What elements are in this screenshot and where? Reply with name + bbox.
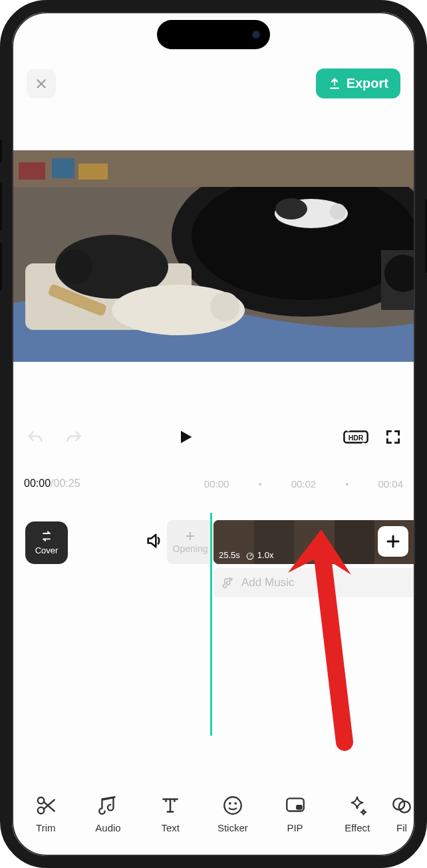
svg-rect-15 <box>78 164 108 180</box>
plus-icon <box>184 530 196 542</box>
undo-button[interactable] <box>25 429 45 448</box>
time-current: 00:00 <box>24 478 51 490</box>
tool-text[interactable]: Text <box>139 794 202 833</box>
filter-icon <box>390 794 413 817</box>
clip-speed: 1.0x <box>257 550 274 560</box>
svg-rect-14 <box>52 158 74 178</box>
phone-side-button <box>0 140 2 163</box>
dynamic-island <box>157 20 270 49</box>
mute-button[interactable] <box>145 531 164 553</box>
header-bar: Export <box>12 69 415 98</box>
add-music-button[interactable]: Add Music <box>214 568 415 597</box>
close-button[interactable] <box>27 69 56 98</box>
svg-point-24 <box>38 807 45 814</box>
export-label: Export <box>347 76 388 91</box>
tool-label: Audio <box>95 822 120 833</box>
camera-dot <box>251 30 261 39</box>
svg-point-4 <box>275 198 307 219</box>
ruler-mark: 00:00 <box>204 478 229 490</box>
close-icon <box>34 76 49 91</box>
timecode-row: 00:00/00:25 00:00 • 00:02 • 00:04 <box>12 478 415 490</box>
tool-label: Effect <box>345 822 370 833</box>
svg-rect-19 <box>347 429 350 432</box>
opening-label: Opening <box>173 543 208 554</box>
hdr-icon: HDR <box>343 428 368 446</box>
svg-point-5 <box>330 204 346 219</box>
tool-sticker[interactable]: Sticker <box>202 794 264 833</box>
export-icon <box>328 77 341 90</box>
tool-filter[interactable]: Fil <box>388 794 415 833</box>
sticker-icon <box>221 794 244 817</box>
scissors-icon <box>35 794 57 817</box>
redo-button[interactable] <box>64 429 84 448</box>
svg-rect-13 <box>19 162 45 180</box>
bottom-toolbar: Trim Audio Text Sticker PIP Effect Fil <box>12 785 415 849</box>
svg-point-26 <box>229 802 231 805</box>
add-clip-button[interactable] <box>378 526 408 557</box>
play-icon <box>176 428 195 446</box>
text-icon <box>159 794 182 817</box>
play-button[interactable] <box>176 428 195 449</box>
ruler-marks: 00:00 • 00:02 • 00:04 <box>204 478 403 490</box>
svg-rect-29 <box>296 805 303 809</box>
time-total: 00:25 <box>54 478 80 490</box>
effect-icon <box>346 794 368 817</box>
tool-trim[interactable]: Trim <box>15 794 77 833</box>
cover-button[interactable]: Cover <box>25 521 68 564</box>
music-icon <box>97 794 120 817</box>
tool-label: PIP <box>287 822 303 833</box>
ruler-mark: 00:02 <box>291 478 317 490</box>
svg-point-25 <box>224 797 241 814</box>
hdr-button[interactable]: HDR <box>343 428 368 448</box>
tool-audio[interactable]: Audio <box>77 794 140 833</box>
transport-controls: HDR <box>12 428 415 449</box>
clip-duration: 25.5s <box>219 550 240 560</box>
redo-icon <box>64 429 84 445</box>
tool-label: Text <box>161 822 180 833</box>
add-music-label: Add Music <box>241 576 294 589</box>
music-plus-icon <box>221 576 235 589</box>
playhead[interactable] <box>210 513 212 736</box>
ruler-dot: • <box>345 478 349 490</box>
ruler-mark: 00:04 <box>378 478 403 490</box>
timeline[interactable]: Cover Opening 25.5s 1.0x <box>12 513 415 739</box>
speaker-icon <box>145 531 164 550</box>
cover-label: Cover <box>35 545 59 555</box>
tool-label: Sticker <box>217 822 248 833</box>
tool-effect[interactable]: Effect <box>326 794 388 833</box>
video-preview[interactable] <box>12 150 415 362</box>
swap-icon <box>40 531 53 543</box>
clip-meta: 25.5s 1.0x <box>219 550 273 560</box>
svg-rect-20 <box>362 443 364 446</box>
app-screen: Export <box>12 12 415 856</box>
add-opening-button[interactable]: Opening <box>167 520 214 564</box>
ruler-dot: • <box>258 478 261 490</box>
svg-text:HDR: HDR <box>349 434 364 442</box>
tool-label: Fil <box>396 822 407 833</box>
tool-label: Trim <box>36 822 55 833</box>
plus-icon <box>385 533 401 549</box>
tool-pip[interactable]: PIP <box>264 794 327 833</box>
phone-side-button <box>0 243 2 291</box>
undo-icon <box>25 429 45 445</box>
svg-point-23 <box>38 797 45 804</box>
speed-icon <box>245 551 255 560</box>
fullscreen-icon <box>384 428 402 446</box>
preview-image <box>12 150 415 362</box>
fullscreen-button[interactable] <box>384 428 402 448</box>
svg-point-11 <box>210 292 239 321</box>
svg-point-8 <box>58 249 92 284</box>
phone-side-button <box>0 183 2 231</box>
pip-icon <box>284 794 307 817</box>
svg-point-27 <box>234 802 237 805</box>
export-button[interactable]: Export <box>316 69 400 98</box>
